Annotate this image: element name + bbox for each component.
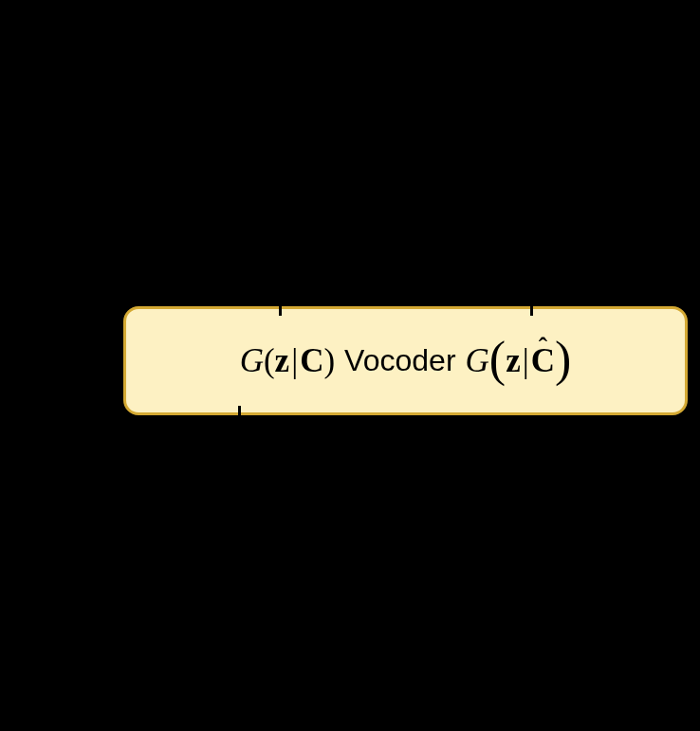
tick-bottom-right	[672, 418, 674, 428]
tick-top-left	[279, 306, 282, 316]
hat-symbol: ˆ	[539, 332, 547, 362]
var-z-left: z	[275, 342, 290, 380]
tick-bottom-left	[238, 406, 241, 415]
vocoder-block: G(z|C) Vocoder G(z|ˆC)	[123, 306, 688, 415]
var-z-right: z	[506, 342, 521, 380]
function-g-left: G	[240, 342, 264, 380]
vocoder-label: Vocoder	[344, 343, 455, 378]
right-formula: G(z|ˆC)	[466, 337, 572, 386]
var-c-left: C	[300, 342, 323, 380]
tick-top-right	[530, 306, 533, 316]
function-g-right: G	[466, 342, 489, 380]
left-formula: G(z|C)	[240, 342, 335, 380]
